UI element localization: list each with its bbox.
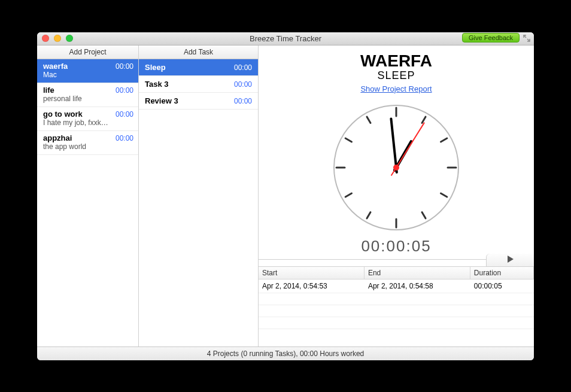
detail-header: WAERFA SLEEP Show Project Report (259, 45, 534, 96)
minimize-icon[interactable] (54, 35, 61, 42)
svg-marker-17 (508, 256, 514, 263)
task-item[interactable]: Task 3 00:00 (139, 76, 258, 93)
log-row (259, 293, 534, 305)
task-name: Sleep (145, 63, 166, 72)
tasks-column: Add Task Sleep 00:00 Task 3 00:00 (139, 45, 259, 347)
project-item[interactable]: appzhai 00:00 the app world (37, 131, 138, 155)
show-report-link[interactable]: Show Project Report (360, 84, 432, 93)
project-item[interactable]: go to work 00:00 I hate my job, fxxk… (37, 107, 138, 131)
project-time: 00:00 (116, 62, 133, 71)
analog-clock (330, 102, 462, 233)
project-desc: personal life (43, 95, 133, 103)
detail-column: WAERFA SLEEP Show Project Report (259, 45, 534, 347)
give-feedback-button[interactable]: Give Feedback (462, 33, 520, 42)
log-header: Start End Duration (259, 267, 534, 279)
task-item[interactable]: Sleep 00:00 (139, 59, 258, 76)
detail-task-title: SLEEP (259, 69, 534, 82)
projects-list: waerfa 00:00 Mac life 00:00 personal lif… (37, 59, 138, 347)
main-content: Add Project waerfa 00:00 Mac life 00:00 … (37, 45, 534, 347)
log-row[interactable]: Apr 2, 2014, 0:54:53 Apr 2, 2014, 0:54:5… (259, 279, 534, 293)
task-item[interactable]: Review 3 00:00 (139, 93, 258, 110)
project-name: go to work (43, 110, 83, 118)
window-controls (37, 35, 73, 42)
add-project-button[interactable]: Add Project (37, 45, 138, 59)
project-item[interactable]: life 00:00 personal life (37, 83, 138, 107)
app-window: Breeze Time Tracker Give Feedback Add Pr… (37, 32, 534, 360)
projects-column: Add Project waerfa 00:00 Mac life 00:00 … (37, 45, 139, 347)
task-name: Task 3 (145, 80, 169, 89)
add-task-button[interactable]: Add Task (139, 45, 258, 59)
project-desc: Mac (43, 71, 133, 79)
cell-duration: 00:00:05 (470, 279, 534, 293)
project-name: appzhai (43, 133, 72, 142)
task-name: Review 3 (145, 96, 178, 105)
log-table: Start End Duration Apr 2, 2014, 0:54:53 … (259, 267, 534, 347)
col-start[interactable]: Start (259, 267, 365, 279)
close-icon[interactable] (42, 35, 49, 42)
zoom-icon[interactable] (66, 35, 73, 42)
col-duration[interactable]: Duration (470, 267, 534, 279)
col-end[interactable]: End (365, 267, 470, 279)
project-time: 00:00 (116, 86, 133, 95)
log-row (259, 317, 534, 329)
detail-tabs (259, 259, 534, 267)
detail-project-title: WAERFA (259, 51, 534, 71)
clock-container (259, 96, 534, 237)
svg-point-16 (393, 165, 399, 171)
task-time: 00:00 (234, 80, 252, 89)
window-title: Breeze Time Tracker (37, 34, 534, 43)
cell-end: Apr 2, 2014, 0:54:58 (365, 279, 470, 293)
project-desc: the app world (43, 142, 133, 151)
play-icon (508, 256, 514, 265)
tasks-list: Sleep 00:00 Task 3 00:00 Review 3 00:00 (139, 59, 258, 347)
project-time: 00:00 (116, 134, 133, 142)
cell-start: Apr 2, 2014, 0:54:53 (259, 279, 365, 293)
play-tab[interactable] (486, 254, 534, 266)
project-desc: I hate my job, fxxk… (43, 118, 133, 127)
fullscreen-icon[interactable] (523, 35, 530, 42)
project-name: waerfa (43, 62, 68, 71)
titlebar: Breeze Time Tracker Give Feedback (37, 32, 534, 45)
log-row (259, 305, 534, 317)
task-time: 00:00 (234, 63, 252, 72)
task-time: 00:00 (234, 97, 252, 105)
project-time: 00:00 (116, 110, 133, 118)
project-item[interactable]: waerfa 00:00 Mac (37, 59, 138, 83)
project-name: life (43, 86, 54, 95)
status-bar: 4 Projects (0 running Tasks), 00:00 Hour… (37, 347, 534, 360)
